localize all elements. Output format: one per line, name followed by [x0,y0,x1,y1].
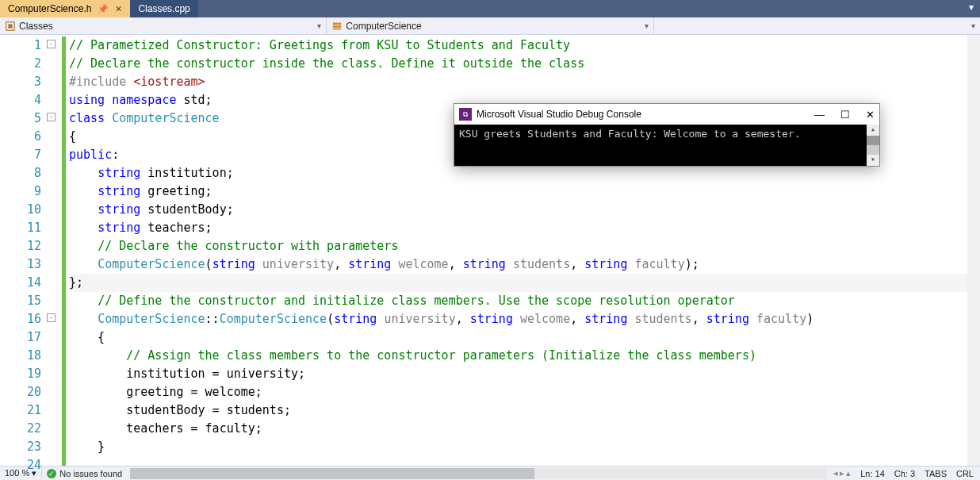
code-line[interactable]: institution = university; [69,365,980,383]
fold-toggle[interactable]: - [47,40,56,48]
svg-rect-1 [8,24,12,28]
line-number: 4 [0,91,62,109]
line-number: 14 [0,274,62,292]
line-number: 9 [0,182,62,201]
code-line[interactable]: #include <iostream> [69,73,980,91]
line-number: 1- [0,36,62,55]
line-number: 2 [0,55,62,73]
code-line[interactable]: ComputerScience(string university, strin… [69,255,980,274]
svg-rect-4 [333,28,342,29]
line-number: 17 [0,328,62,347]
console-output[interactable]: KSU greets Students and Faculty: Welcome… [454,125,879,166]
nav-scope-class[interactable]: ComputerScience ▾ [327,17,653,34]
line-number: 19 [0,365,62,383]
nav-bar: Classes ▾ ComputerScience ▾ ▾ [0,17,980,35]
line-number: 16- [0,310,62,328]
code-editor[interactable]: 1-2345-678910111213141516-17181920212223… [0,35,980,466]
tab-classes-cpp[interactable]: Classes.cpp [130,0,197,17]
code-line[interactable]: }; [69,274,980,292]
struct-icon [331,21,343,32]
nav-scope-project[interactable]: Classes ▾ [0,17,327,34]
line-number: 23 [0,438,62,456]
debug-console-window[interactable]: ⧉ Microsoft Visual Studio Debug Console … [454,103,880,167]
line-number: 20 [0,383,62,401]
line-number: 8 [0,164,62,182]
fold-toggle[interactable]: - [47,113,56,121]
scrollbar-thumb[interactable] [867,136,879,145]
console-line: KSU greets Students and Faculty: Welcome… [459,128,800,140]
line-number: 18 [0,347,62,365]
line-number: 13 [0,255,62,274]
code-line[interactable]: // Assign the class members to the const… [69,347,980,365]
code-line[interactable]: studentBody = students; [69,401,980,420]
tab-overflow-icon[interactable]: ▾ [963,0,980,17]
code-line[interactable]: // Define the constructor and initialize… [69,292,980,310]
console-title-text: Microsoft Visual Studio Debug Console [477,109,641,120]
code-line[interactable]: } [69,438,980,456]
code-line[interactable]: { [69,328,980,347]
close-icon[interactable]: ✕ [115,4,122,14]
tab-computerscience-h[interactable]: ComputerScience.h 📌 ✕ [0,0,130,17]
console-titlebar[interactable]: ⧉ Microsoft Visual Studio Debug Console … [454,104,879,125]
tab-label: ComputerScience.h [8,3,91,14]
vs-app-icon: ⧉ [459,108,472,121]
svg-rect-2 [333,22,342,25]
line-number: 10 [0,201,62,219]
tab-bar: ComputerScience.h 📌 ✕ Classes.cpp ▾ [0,0,980,17]
code-line[interactable]: // Parametized Constructor: Greetings fr… [69,36,980,55]
code-line[interactable]: // Declare the constructor with paramete… [69,237,980,255]
line-number-gutter: 1-2345-678910111213141516-17181920212223… [0,35,62,466]
line-number: 11 [0,219,62,237]
tab-label: Classes.cpp [138,3,189,14]
arrow-up-icon[interactable]: ▴ [867,125,879,136]
arrow-down-icon[interactable]: ▾ [867,155,879,166]
class-scope-icon [5,21,16,32]
code-line[interactable]: string teachers; [69,219,980,237]
code-line[interactable]: string studentBody; [69,201,980,219]
close-button[interactable]: ✕ [866,109,875,121]
line-number: 6 [0,128,62,146]
line-number: 15 [0,292,62,310]
line-number: 7 [0,146,62,164]
code-area[interactable]: // Parametized Constructor: Greetings fr… [66,35,980,466]
nav-label: Classes [19,21,53,32]
console-scrollbar[interactable]: ▴ ▾ [867,125,879,166]
line-number: 24 [0,456,62,474]
chevron-down-icon[interactable]: ▾ [645,21,649,30]
nav-label: ComputerScience [346,21,421,32]
vertical-scrollbar[interactable] [967,35,980,466]
code-line[interactable]: greeting = welcome; [69,383,980,401]
line-number: 3 [0,73,62,91]
code-line[interactable]: string institution; [69,164,980,182]
code-line[interactable]: ComputerScience::ComputerScience(string … [69,310,980,328]
nav-scope-member[interactable]: ▾ [654,17,980,34]
line-number: 22 [0,420,62,438]
line-number: 21 [0,401,62,420]
chevron-down-icon[interactable]: ▾ [971,21,975,30]
scrollbar-thumb[interactable] [130,468,534,479]
svg-rect-3 [333,25,342,28]
code-line[interactable]: string greeting; [69,182,980,201]
line-number: 12 [0,237,62,255]
horizontal-scrollbar[interactable] [130,468,827,479]
maximize-button[interactable]: ☐ [840,109,850,121]
fold-toggle[interactable]: - [47,313,56,322]
chevron-down-icon[interactable]: ▾ [317,21,321,30]
code-line[interactable]: // Declare the constructor inside the cl… [69,55,980,73]
line-number: 5- [0,109,62,128]
minimize-button[interactable]: — [814,109,825,121]
code-line[interactable]: teachers = faculty; [69,420,980,438]
pin-icon[interactable]: 📌 [98,4,109,14]
